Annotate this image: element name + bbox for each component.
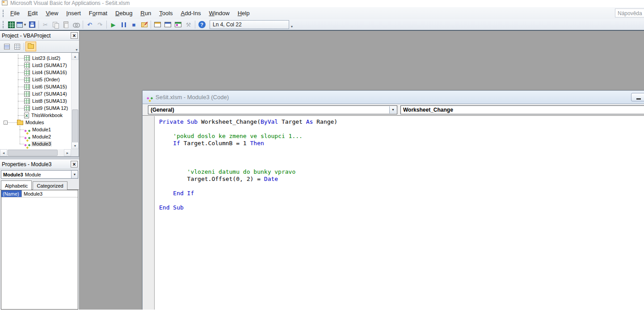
chevron-down-icon[interactable]: ▼ bbox=[71, 171, 78, 178]
code-line: End Sub bbox=[159, 204, 644, 211]
tree-item-label: List6 (SUMA15) bbox=[31, 84, 68, 89]
menu-help[interactable]: Help bbox=[234, 8, 254, 18]
tab-categorized[interactable]: Categorized bbox=[33, 181, 67, 190]
tree-expander-icon[interactable]: - bbox=[4, 121, 8, 125]
tree-item-module2[interactable]: Module2 bbox=[0, 133, 79, 140]
tree-item-label: List23 (List2) bbox=[31, 55, 61, 61]
save-icon[interactable] bbox=[27, 20, 37, 29]
find-icon[interactable] bbox=[71, 20, 81, 29]
menu-view[interactable]: View bbox=[42, 8, 62, 18]
tree-item-list3-suma17-[interactable]: List3 (SUMA17) bbox=[0, 62, 79, 69]
properties-grid: (Name)Module3 bbox=[1, 190, 78, 310]
procedure-combo[interactable]: Worksheet_Change bbox=[400, 105, 644, 114]
sheet-icon bbox=[24, 84, 30, 90]
view-code-button[interactable] bbox=[2, 42, 12, 51]
code-window-titlebar[interactable]: Sešit.xlsm - Module3 (Code) bbox=[143, 91, 644, 104]
design-mode-icon[interactable] bbox=[139, 20, 149, 29]
menu-bar: FileEditViewInsertFormatDebugRunToolsAdd… bbox=[0, 7, 644, 19]
menu-format[interactable]: Format bbox=[85, 8, 111, 18]
sheet-icon bbox=[24, 91, 30, 97]
object-combo[interactable]: (General) ▼ bbox=[148, 105, 397, 114]
minimize-button[interactable] bbox=[631, 93, 644, 101]
help-search-box[interactable]: Nápověda bbox=[615, 8, 644, 17]
toolbar-separator bbox=[195, 21, 195, 29]
panel-toolbar-overflow-icon[interactable]: ▼ bbox=[75, 48, 78, 51]
scroll-right-icon[interactable]: ► bbox=[64, 149, 71, 156]
tree-item-list4-suma16-[interactable]: List4 (SUMA16) bbox=[0, 69, 79, 76]
property-row[interactable]: (Name)Module3 bbox=[1, 190, 78, 197]
tree-item-list7-suma14-[interactable]: List7 (SUMA14) bbox=[0, 90, 79, 97]
tree-item-list8-suma13-[interactable]: List8 (SUMA13) bbox=[0, 97, 79, 105]
tree-item-list9-suma-12-[interactable]: List9 (SUMA 12) bbox=[0, 105, 79, 112]
tree-item-label: Module1 bbox=[31, 127, 52, 132]
tab-alphabetic[interactable]: Alphabetic bbox=[1, 180, 32, 190]
scroll-down-icon[interactable]: ▼ bbox=[72, 142, 79, 149]
toolbox-icon[interactable]: ⚒ bbox=[183, 20, 194, 29]
redo-icon[interactable]: ↷ bbox=[95, 20, 105, 29]
run-icon[interactable]: ▶ bbox=[108, 20, 118, 29]
tree-item-module3[interactable]: Module3 bbox=[0, 140, 79, 147]
tree-horizontal-scrollbar[interactable]: ◄ ► bbox=[0, 149, 79, 156]
help-icon[interactable]: ? bbox=[197, 20, 207, 29]
undo-icon[interactable]: ↶ bbox=[84, 20, 95, 29]
sheet-icon bbox=[24, 105, 30, 111]
help-search-label: Nápověda bbox=[618, 10, 642, 17]
sheet-icon bbox=[24, 70, 30, 75]
project-explorer-icon[interactable] bbox=[152, 20, 163, 29]
folder-icon bbox=[17, 121, 23, 125]
scrollbar-thumb[interactable] bbox=[72, 109, 78, 143]
menu-add-ins[interactable]: Add-Ins bbox=[177, 8, 205, 18]
menu-tools[interactable]: Tools bbox=[155, 8, 177, 18]
object-browser-icon[interactable] bbox=[173, 20, 183, 29]
properties-object-combo[interactable]: Module3 Module ▼ bbox=[1, 170, 78, 179]
tree-vertical-scrollbar[interactable]: ▲ ▼ bbox=[71, 53, 79, 149]
properties-panel-close-icon[interactable]: × bbox=[71, 161, 78, 168]
tree-item-list23-list2-[interactable]: List23 (List2) bbox=[0, 54, 79, 62]
code-line bbox=[159, 126, 644, 133]
tree-item-label: List5 (Order) bbox=[31, 77, 61, 82]
tree-item-label: List7 (SUMA14) bbox=[31, 91, 68, 96]
properties-object-name: Module3 bbox=[3, 172, 23, 177]
tree-item-thisworkbook[interactable]: ThisWorkbook bbox=[0, 112, 79, 119]
menu-run[interactable]: Run bbox=[136, 8, 155, 18]
tree-item-list5-order-[interactable]: List5 (Order) bbox=[0, 76, 79, 83]
properties-window-icon[interactable] bbox=[163, 20, 173, 29]
code-editor[interactable]: Private Sub Worksheet_Change(ByVal Targe… bbox=[155, 116, 644, 310]
reset-icon[interactable]: ■ bbox=[129, 20, 139, 29]
tree-item-module1[interactable]: Module1 bbox=[0, 126, 79, 133]
menu-window[interactable]: Window bbox=[205, 8, 233, 18]
tree-item-label: List3 (SUMA17) bbox=[31, 63, 68, 68]
excel-icon[interactable] bbox=[6, 20, 17, 29]
copy-icon[interactable] bbox=[51, 20, 61, 29]
menubar-grip-handle[interactable] bbox=[3, 10, 5, 17]
tree-item-label: List8 (SUMA13) bbox=[31, 98, 68, 104]
toolbar-overflow-icon[interactable]: ▼ bbox=[289, 20, 295, 29]
view-object-button[interactable] bbox=[12, 42, 22, 51]
toolbar-separator bbox=[24, 43, 24, 50]
menu-debug[interactable]: Debug bbox=[111, 8, 136, 18]
properties-tabs: AlphabeticCategorized bbox=[0, 179, 79, 190]
tree-item-list6-suma15-[interactable]: List6 (SUMA15) bbox=[0, 83, 79, 90]
paste-icon[interactable] bbox=[61, 20, 71, 29]
toggle-folders-button[interactable] bbox=[25, 42, 36, 51]
scrollbar-corner bbox=[71, 149, 79, 156]
scroll-left-icon[interactable]: ◄ bbox=[0, 149, 7, 156]
property-value[interactable]: Module3 bbox=[22, 190, 78, 197]
toolbar-grip-handle[interactable] bbox=[3, 21, 5, 28]
mdi-background: Sešit.xlsm - Module3 (Code) (General) ▼ … bbox=[80, 31, 644, 310]
menu-edit[interactable]: Edit bbox=[24, 8, 42, 18]
scroll-up-icon[interactable]: ▲ bbox=[72, 53, 79, 60]
tree-item-label: List9 (SUMA 12) bbox=[31, 105, 69, 111]
scrollbar-thumb[interactable] bbox=[8, 150, 58, 156]
code-margin-bar[interactable] bbox=[143, 116, 155, 310]
break-icon[interactable] bbox=[118, 20, 129, 29]
project-panel-header: Project - VBAProject × bbox=[0, 31, 79, 41]
toolbar-separator bbox=[38, 21, 39, 29]
menu-insert[interactable]: Insert bbox=[62, 8, 85, 18]
project-panel-close-icon[interactable]: × bbox=[71, 32, 78, 39]
menu-file[interactable]: File bbox=[6, 8, 24, 18]
cut-icon[interactable]: ✂ bbox=[40, 20, 51, 29]
chevron-down-icon[interactable]: ▼ bbox=[389, 106, 396, 113]
view-object-icon[interactable]: ▼ bbox=[17, 20, 27, 29]
tree-item-modules[interactable]: -Modules bbox=[0, 119, 79, 126]
